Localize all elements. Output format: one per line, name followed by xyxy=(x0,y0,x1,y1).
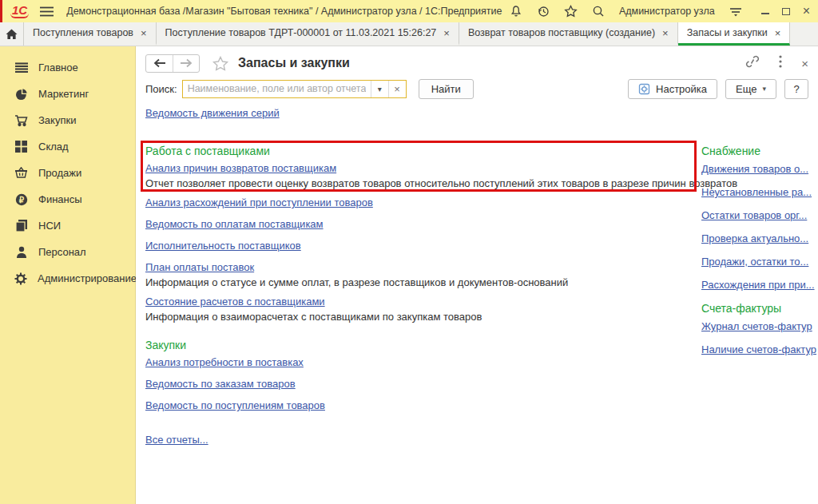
reports-left-column: Ведомость движения серий Работа с постав… xyxy=(145,107,737,455)
books-icon xyxy=(14,219,28,232)
sidebar-item-sklad[interactable]: Склад xyxy=(0,133,135,160)
report-link-proverka-aktualnosti[interactable]: Проверка актуально... xyxy=(701,232,818,244)
home-tab[interactable] xyxy=(0,22,24,46)
tab-close-icon[interactable]: × xyxy=(662,27,669,39)
more-button[interactable]: Еще ▾ xyxy=(725,79,776,99)
page-title: Запасы и закупки xyxy=(238,56,350,70)
sidebar-item-personal[interactable]: Персонал xyxy=(0,239,135,265)
report-link-vedomost-po-zakazam[interactable]: Ведомость по заказам товаров xyxy=(145,378,737,390)
report-link-analiz-potrebnosti[interactable]: Анализ потребности в поставках xyxy=(145,356,737,368)
cart-icon xyxy=(14,113,28,127)
favorite-star-icon[interactable] xyxy=(212,56,228,71)
report-link-vedomost-po-postupleniyam[interactable]: Ведомость по поступлениям товаров xyxy=(145,399,737,411)
report-desc: Отчет позволяет провести оценку возврато… xyxy=(145,177,737,189)
section-title-rabota-s-postavshchikami: Работа с поставщиками xyxy=(145,145,737,157)
settings-button-label: Настройка xyxy=(656,83,707,95)
more-actions-ellipsis-icon[interactable] xyxy=(779,55,782,71)
sidebar-item-label: НСИ xyxy=(38,220,61,232)
sidebar-item-nsi[interactable]: НСИ xyxy=(0,212,135,239)
sidebar-item-label: Закупки xyxy=(38,114,76,126)
1c-logo: 1С xyxy=(10,5,29,18)
tab-label: Поступление товаров ТДРТ-000001 от 11.03… xyxy=(165,27,437,38)
sidebar-item-prodazhi[interactable]: Продажи xyxy=(0,160,135,186)
back-button[interactable] xyxy=(146,55,173,72)
reports-right-column: Снабжение Движения товаров о... Неустано… xyxy=(701,145,818,367)
search-dropdown-icon[interactable]: ▾ xyxy=(371,81,388,97)
report-desc: Информация о взаиморасчетах с поставщика… xyxy=(145,311,737,323)
report-link-sostoyanie-raschetov[interactable]: Состояние расчетов с поставщиками xyxy=(145,296,737,308)
more-button-label: Еще xyxy=(736,83,756,95)
report-link-vedomost-dvizheniya-seriy[interactable]: Ведомость движения серий xyxy=(145,107,737,119)
person-icon xyxy=(14,245,28,259)
sidebar-item-label: Главное xyxy=(38,62,78,73)
report-link-plan-oplaty-postavok[interactable]: План оплаты поставок xyxy=(145,261,737,273)
sidebar-item-marketing[interactable]: Маркетинг xyxy=(0,81,135,107)
current-user[interactable]: Администратор узла xyxy=(619,6,715,17)
favorites-star-icon[interactable] xyxy=(564,5,578,18)
window-minimize-button[interactable] xyxy=(761,8,769,14)
tab-close-icon[interactable]: × xyxy=(141,27,147,39)
tab-close-icon[interactable]: × xyxy=(443,27,450,39)
sidebar-item-finansy[interactable]: ₽ Финансы xyxy=(0,186,135,212)
report-link-ostatki-tovarov[interactable]: Остатки товаров орг... xyxy=(701,209,818,221)
title-bar: 1С Демонстрационная база /Магазин "Бытов… xyxy=(0,0,818,22)
report-search-input[interactable] xyxy=(183,81,371,97)
report-link-dvizheniya-tovarov[interactable]: Движения товаров о... xyxy=(701,163,818,175)
tab-vozvrat-tovarov[interactable]: Возврат товаров поставщику (создание) × xyxy=(459,22,678,46)
tab-close-icon[interactable]: × xyxy=(775,27,781,39)
sidebar-item-label: Администрирование xyxy=(38,272,137,284)
list-icon xyxy=(14,61,28,74)
sidebar-item-label: Склад xyxy=(38,141,69,153)
search-clear-icon[interactable]: × xyxy=(388,81,406,97)
report-link-vedomost-po-oplatam[interactable]: Ведомость по оплатам поставщикам xyxy=(145,218,737,230)
tab-label: Запасы и закупки xyxy=(687,27,768,38)
section-title-snabzhenie: Снабжение xyxy=(701,145,818,157)
service-menu-icon[interactable] xyxy=(729,6,742,18)
all-reports-link[interactable]: Все отчеты... xyxy=(145,434,737,446)
window-title: Демонстрационная база /Магазин "Бытовая … xyxy=(66,6,502,17)
sidebar-item-glavnoe[interactable]: Главное xyxy=(0,54,135,81)
notifications-bell-icon[interactable] xyxy=(510,5,522,18)
search-icon[interactable] xyxy=(592,5,605,18)
tab-zapasy-i-zakupki[interactable]: Запасы и закупки × xyxy=(678,22,791,46)
tab-postuplenie-tovarov-tdrt[interactable]: Поступление товаров ТДРТ-000001 от 11.03… xyxy=(157,22,459,46)
close-form-icon[interactable]: × xyxy=(801,57,808,70)
sidebar-item-label: Персонал xyxy=(38,246,86,258)
get-link-icon[interactable] xyxy=(745,55,760,71)
section-title-zakupki: Закупки xyxy=(145,339,737,351)
window-maximize-button[interactable] xyxy=(782,8,790,15)
sidebar-item-label: Маркетинг xyxy=(38,88,89,100)
report-search-box: ▾ × xyxy=(182,80,407,98)
pie-chart-icon xyxy=(14,87,28,101)
settings-button[interactable]: Настройка xyxy=(628,79,717,99)
report-link-neustanovlennye[interactable]: Неустановленные ра... xyxy=(701,186,818,198)
tab-label: Возврат товаров поставщику (создание) xyxy=(468,27,655,38)
search-label: Поиск: xyxy=(145,83,177,95)
gear-icon xyxy=(14,272,27,285)
window-close-button[interactable]: × xyxy=(803,6,810,17)
sidebar-item-label: Финансы xyxy=(38,193,82,205)
history-icon[interactable] xyxy=(537,5,550,18)
main-content: Запасы и закупки × Поиск: ▾ × Найти xyxy=(136,46,818,504)
report-link-nalichie-schetov-faktur[interactable]: Наличие счетов-фактур xyxy=(701,343,818,355)
basket-icon xyxy=(14,166,28,180)
sidebar-item-zakupki[interactable]: Закупки xyxy=(0,107,135,133)
history-nav-group xyxy=(145,54,200,73)
report-link-raskhozhdeniya-pri-prieme[interactable]: Расхождения при при... xyxy=(701,279,818,291)
tab-label: Поступления товаров xyxy=(33,27,133,38)
report-link-analiz-prichin-vozvratov[interactable]: Анализ причин возвратов поставщикам xyxy=(145,162,737,174)
svg-text:₽: ₽ xyxy=(18,195,24,204)
report-link-zhurnal-schetov-faktur[interactable]: Журнал счетов-фактур xyxy=(701,320,818,332)
report-link-analiz-raskhozhdeniy[interactable]: Анализ расхождений при поступлении товар… xyxy=(145,196,737,208)
help-button[interactable]: ? xyxy=(784,79,808,99)
sections-sidebar: Главное Маркетинг Закупки Склад Продажи … xyxy=(0,46,136,504)
main-menu-icon[interactable] xyxy=(40,6,54,17)
tab-postupleniya-tovarov[interactable]: Поступления товаров × xyxy=(24,22,157,46)
open-windows-tabbar: Поступления товаров × Поступление товаро… xyxy=(0,22,818,46)
report-link-prodazhi-ostatki[interactable]: Продажи, остатки то... xyxy=(701,256,818,268)
find-button[interactable]: Найти xyxy=(419,79,474,99)
sidebar-item-label: Продажи xyxy=(38,167,81,179)
report-link-ispolnitelnost-postavshchikov[interactable]: Исполнительность поставщиков xyxy=(145,240,737,252)
sidebar-item-administrirovanie[interactable]: Администрирование xyxy=(0,265,135,292)
forward-button[interactable] xyxy=(173,55,199,72)
